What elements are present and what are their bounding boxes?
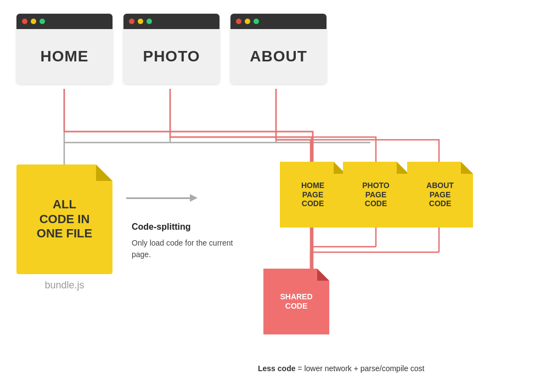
- arrow-container: [126, 197, 192, 199]
- browser-about-content: ABOUT: [230, 29, 327, 84]
- browser-home-content: HOME: [16, 29, 112, 84]
- all-code-section: ALLCODE INONE FILE bundle.js: [16, 164, 112, 291]
- bottom-note-suffix: = lower network + parse/compile cost: [295, 364, 424, 373]
- about-page-code-file: ABOUTPAGECODE: [407, 162, 473, 228]
- bottom-note-bold: Less code: [258, 364, 295, 373]
- browser-home-titlebar: [16, 14, 112, 29]
- browser-photo-label: PHOTO: [143, 48, 200, 65]
- browser-about: ABOUT: [230, 14, 327, 84]
- shared-code-text: SHAREDCODE: [280, 292, 312, 311]
- photo-page-code-text: PHOTOPAGECODE: [362, 181, 390, 208]
- diagram-container: HOME PHOTO ABOUT: [0, 0, 546, 392]
- dot-yellow-photo: [138, 19, 143, 24]
- arrow-line: [126, 197, 192, 199]
- bottom-note: Less code = lower network + parse/compil…: [258, 364, 424, 373]
- home-page-code-file: HOMEPAGECODE: [280, 162, 346, 228]
- browser-photo-content: PHOTO: [123, 29, 219, 84]
- browser-about-label: ABOUT: [250, 48, 307, 65]
- photo-page-code-wrapper: PHOTOPAGECODE: [343, 162, 409, 228]
- shared-code-wrapper: SHAREDCODE: [263, 269, 329, 334]
- dot-green-photo: [147, 19, 152, 24]
- browser-windows: HOME PHOTO ABOUT: [16, 14, 327, 84]
- dot-green-home: [40, 19, 45, 24]
- browser-photo-titlebar: [123, 14, 219, 29]
- home-page-code-wrapper: HOMEPAGECODE: [280, 162, 346, 228]
- browser-home-label: HOME: [41, 48, 89, 65]
- code-splitting-title: Code-splitting: [132, 222, 247, 232]
- dot-red-about: [236, 19, 241, 24]
- browser-about-titlebar: [230, 14, 327, 29]
- dot-green-about: [254, 19, 259, 24]
- photo-page-code-file: PHOTOPAGECODE: [343, 162, 409, 228]
- browser-home: HOME: [16, 14, 112, 84]
- arrow-section: [126, 197, 192, 206]
- dot-red-photo: [129, 19, 134, 24]
- all-code-file-shape: ALLCODE INONE FILE: [16, 164, 112, 274]
- text-block: Code-splitting Only load code for the cu…: [132, 222, 247, 260]
- home-page-code-text: HOMEPAGECODE: [301, 181, 324, 208]
- code-splitting-description: Only load code for the current page.: [132, 237, 247, 260]
- dot-red-home: [22, 19, 27, 24]
- bundle-label: bundle.js: [16, 280, 112, 291]
- shared-code-file: SHAREDCODE: [263, 269, 329, 334]
- dot-yellow-about: [245, 19, 250, 24]
- all-code-text: ALLCODE INONE FILE: [37, 197, 92, 241]
- dot-yellow-home: [31, 19, 36, 24]
- about-page-code-wrapper: ABOUTPAGECODE: [407, 162, 473, 228]
- about-page-code-text: ABOUTPAGECODE: [426, 181, 454, 208]
- browser-photo: PHOTO: [123, 14, 219, 84]
